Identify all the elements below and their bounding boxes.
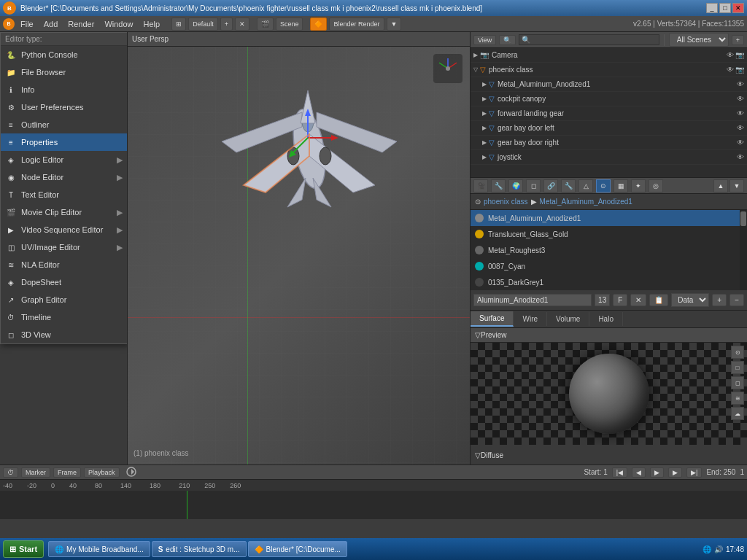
timeline-area[interactable] <box>0 491 747 519</box>
editor-graph[interactable]: ↗ Graph Editor <box>1 291 127 308</box>
menu-file[interactable]: File <box>16 18 38 30</box>
prop-texture-icon[interactable]: ▦ <box>614 179 628 192</box>
bay-left-eye[interactable]: 👁 <box>737 124 744 132</box>
editor-info[interactable]: ℹ Info <box>1 81 127 98</box>
prop-constraints-icon[interactable]: 🔗 <box>543 179 558 192</box>
material-fake-user[interactable]: F <box>613 294 627 306</box>
outliner-gear-bay-right[interactable]: ▶ ▽ gear bay door right 👁 <box>471 136 747 150</box>
layout-name[interactable]: Default <box>188 18 218 31</box>
outliner-metal-alum[interactable]: ▶ ▽ Metal_Aluminum_Anodized1 👁 <box>471 77 747 92</box>
timeline-play[interactable]: ▶ <box>650 467 664 478</box>
joystick-eye[interactable]: 👁 <box>737 153 744 161</box>
tab-surface[interactable]: Surface <box>471 311 514 327</box>
preview-sphere-btn[interactable]: ⊙ <box>731 346 744 359</box>
maximize-button[interactable]: □ <box>719 3 731 13</box>
editor-properties[interactable]: ≡ Properties <box>1 133 127 151</box>
camera-render[interactable]: 📷 <box>735 51 744 59</box>
timeline-marker-btn[interactable]: Marker <box>21 467 50 478</box>
material-delete[interactable]: ✕ <box>630 294 646 306</box>
material-item-cyan[interactable]: 0087_Cyan <box>471 258 740 274</box>
minimize-button[interactable]: _ <box>706 3 718 13</box>
editor-dopesheet[interactable]: ◈ DopeSheet <box>1 273 127 291</box>
cockpit-eye[interactable]: 👁 <box>737 95 744 103</box>
editor-timeline[interactable]: ⏱ Timeline <box>1 308 127 326</box>
viewport-canvas[interactable]: (1) phoenix class <box>128 47 470 464</box>
prop-scroll-up[interactable]: ▲ <box>713 179 728 192</box>
timeline-frame-btn[interactable]: Frame <box>53 467 81 478</box>
editor-outliner[interactable]: ≡ Outliner <box>1 116 127 133</box>
outliner-expand[interactable]: + <box>732 35 744 45</box>
preview-sky-btn[interactable]: ☁ <box>731 407 744 420</box>
menu-render[interactable]: Render <box>63 18 98 30</box>
prop-world-icon[interactable]: 🌍 <box>508 179 523 192</box>
editor-logic[interactable]: ◈ Logic Editor ▶ <box>1 151 127 168</box>
renderer-name[interactable]: Blender Render <box>329 18 384 31</box>
prop-render-icon[interactable]: 🎥 <box>473 179 488 192</box>
editor-user-prefs[interactable]: ⚙ User Preferences <box>1 98 127 116</box>
timeline-playback-btn[interactable]: Playback <box>84 467 120 478</box>
material-item-rough[interactable]: Metal_Roughest3 <box>471 242 740 258</box>
taskbar-blender[interactable]: 🔶 Blender* [C:\Docume... <box>248 541 347 557</box>
renderer-dropdown[interactable]: ▼ <box>387 18 402 31</box>
menu-help[interactable]: Help <box>139 18 165 30</box>
close-layout[interactable]: ✕ <box>235 18 249 31</box>
close-button[interactable]: ✕ <box>732 3 744 13</box>
preview-plane-btn[interactable]: □ <box>731 361 744 374</box>
prop-scene-icon[interactable]: 🔧 <box>491 179 506 192</box>
outliner-cockpit[interactable]: ▶ ▽ cockpit canopy 👁 <box>471 92 747 106</box>
scene-name[interactable]: Scene <box>276 18 303 31</box>
materials-scroll-thumb[interactable] <box>740 211 746 226</box>
outliner-phoenix-class[interactable]: ▽ ▽ phoenix class 👁 📷 <box>471 63 747 77</box>
editor-3d-view[interactable]: ◻ 3D View <box>1 326 127 343</box>
editor-file-browser[interactable]: 📁 File Browser <box>1 63 127 81</box>
material-minus[interactable]: − <box>729 294 744 306</box>
material-copy[interactable]: 📋 <box>649 294 668 306</box>
gear-eye[interactable]: 👁 <box>737 109 744 117</box>
preview-cube-btn[interactable]: ◻ <box>731 376 744 389</box>
editor-node[interactable]: ◉ Node Editor ▶ <box>1 168 127 186</box>
bay-right-eye[interactable]: 👁 <box>737 139 744 147</box>
editor-text[interactable]: T Text Editor <box>1 186 127 203</box>
tab-halo[interactable]: Halo <box>589 312 623 326</box>
prop-data-icon[interactable]: △ <box>578 179 593 192</box>
phoenix-eye[interactable]: 👁 <box>727 66 734 74</box>
editor-nla[interactable]: ≋ NLA Editor <box>1 256 127 273</box>
outliner-search-toggle[interactable]: 🔍 <box>499 35 516 45</box>
metal-alum-eye[interactable]: 👁 <box>737 80 744 88</box>
menu-add[interactable]: Add <box>39 18 63 30</box>
taskbar-sketchup[interactable]: S edit : Sketchup 3D m... <box>152 541 247 557</box>
material-name-input[interactable] <box>473 294 592 306</box>
outliner-search-input[interactable]: 🔍 <box>519 34 659 45</box>
breadcrumb-material[interactable]: Metal_Aluminum_Anodized1 <box>540 198 632 206</box>
prop-physics-icon[interactable]: ◎ <box>649 179 663 192</box>
prop-scroll-down[interactable]: ▼ <box>729 179 744 192</box>
diffuse-header[interactable]: ▽ Diffuse <box>475 448 743 462</box>
timeline-editor-icon[interactable]: ⏱ <box>3 467 18 478</box>
timeline-prev-frame[interactable]: ◀ <box>632 467 646 478</box>
outliner-gear-bay-left[interactable]: ▶ ▽ gear bay door left 👁 <box>471 121 747 136</box>
preview-hair-btn[interactable]: ≋ <box>731 392 744 405</box>
menu-window[interactable]: Window <box>100 18 137 30</box>
editor-uv-image[interactable]: ◫ UV/Image Editor ▶ <box>1 238 127 256</box>
editor-movie-clip[interactable]: 🎬 Movie Clip Editor ▶ <box>1 203 127 221</box>
material-plus[interactable]: + <box>712 294 727 306</box>
outliner-joystick[interactable]: ▶ ▽ joystick 👁 <box>471 150 747 165</box>
breadcrumb-phoenix[interactable]: phoenix class <box>484 198 528 206</box>
material-item-alum[interactable]: Metal_Aluminum_Anodized1 <box>471 210 740 226</box>
camera-eye[interactable]: 👁 <box>727 51 734 59</box>
editor-python-console[interactable]: 🐍 Python Console <box>1 46 127 63</box>
taskbar-broadband[interactable]: 🌐 My Mobile Broadband... <box>48 541 150 557</box>
viewport[interactable]: User Persp <box>128 32 470 464</box>
phoenix-render[interactable]: 📷 <box>735 66 744 74</box>
timeline-jump-start[interactable]: |◀ <box>612 467 627 478</box>
timeline-next-frame[interactable]: ▶ <box>668 467 682 478</box>
prop-material-icon[interactable]: ⊙ <box>596 179 611 192</box>
material-item-grey[interactable]: 0135_DarkGrey1 <box>471 274 740 290</box>
editor-video-seq[interactable]: ▶ Video Sequence Editor ▶ <box>1 221 127 238</box>
material-data-select[interactable]: Data <box>671 293 709 307</box>
tab-volume[interactable]: Volume <box>547 312 589 326</box>
outliner-camera[interactable]: ▶ 📷 Camera 👁 📷 <box>471 48 747 63</box>
outliner-landing-gear[interactable]: ▶ ▽ forward landing gear 👁 <box>471 106 747 121</box>
prop-object-icon[interactable]: ◻ <box>526 179 541 192</box>
prop-modifier-icon[interactable]: 🔧 <box>561 179 576 192</box>
